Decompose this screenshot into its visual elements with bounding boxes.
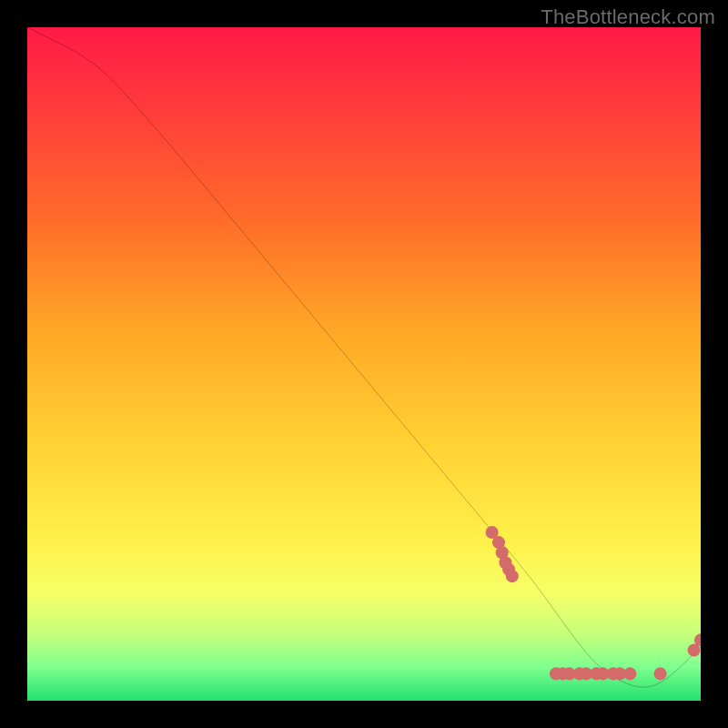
data-point xyxy=(506,570,519,582)
scatter-dots xyxy=(486,526,701,680)
plot-area xyxy=(27,27,701,701)
curve-layer xyxy=(27,27,701,701)
watermark-text: TheBottleneck.com xyxy=(541,5,715,29)
chart-stage: TheBottleneck.com xyxy=(0,0,728,728)
data-point xyxy=(623,667,636,680)
data-point xyxy=(654,667,667,680)
bottleneck-curve xyxy=(27,27,701,687)
